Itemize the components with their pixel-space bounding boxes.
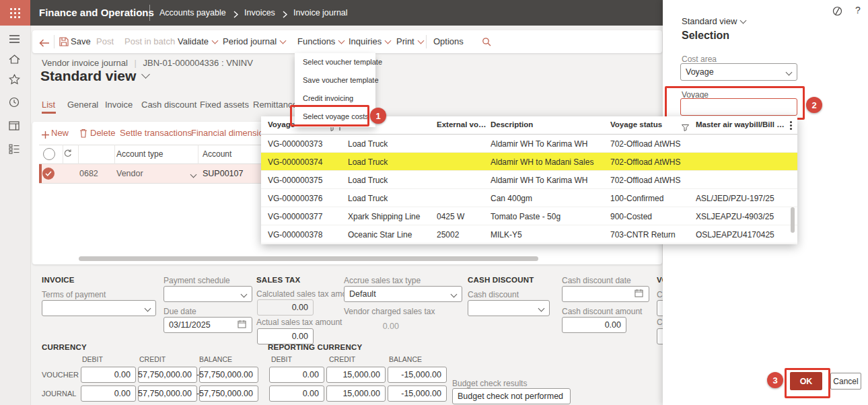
chevron-down-icon [241,291,248,297]
journal-credit-field[interactable]: 57,750,000.00 [138,385,197,402]
privacy-icon[interactable] [832,6,842,19]
validate-menu-button[interactable]: Validate [178,36,217,46]
accrue-sales-tax-type-select[interactable]: Default [344,286,462,302]
chevron-down-icon [145,305,151,311]
column-header-account-type[interactable]: Account type [116,149,163,159]
annotation-step-2: 2 [806,97,822,113]
options-button[interactable]: Options [433,36,464,46]
star-icon[interactable] [9,74,20,87]
workspace-icon[interactable] [9,121,20,133]
journal-list-icon[interactable] [9,144,20,157]
breadcrumb-invoices[interactable]: Invoices [244,8,275,17]
terms-of-payment-select[interactable] [42,300,156,316]
calculated-sales-tax-input[interactable]: 0.00 [257,299,314,316]
annotation-box-ok-button [785,368,830,398]
reporting-journal-credit-field[interactable]: 15,000.00 [326,385,386,402]
clock-icon[interactable] [9,97,20,110]
cash-discount-select[interactable] [468,300,550,316]
period-journal-menu-button[interactable]: Period journal [223,36,285,46]
refresh-icon[interactable] [63,149,73,161]
popup-col-master-air-waybill[interactable]: Master air waybill/Bill of l... [696,120,785,128]
calendar-icon[interactable] [238,320,246,330]
voucher-debit-field[interactable]: 0.00 [81,367,136,383]
chevron-down-icon [142,70,151,79]
search-icon[interactable] [482,37,491,49]
breadcrumb-invoice-journal[interactable]: Invoice journal [293,8,348,17]
vendor-charged-sales-tax-value: 0.00 [344,318,404,334]
row-checked-icon[interactable] [42,168,55,180]
reporting-voucher-balance-field[interactable]: -15,000.00 [388,367,447,383]
voyage-row-selected[interactable]: VG-000000374Load TruckAldamir WH to Mada… [261,153,797,171]
reporting-journal-debit-field[interactable]: 0.00 [269,385,324,402]
trash-icon [79,128,87,141]
save-button[interactable]: Save [71,36,91,46]
due-date-input[interactable]: 03/11/2025 [164,317,252,333]
tab-list[interactable]: List [42,100,55,110]
journal-debit-field[interactable]: 0.00 [81,385,136,402]
cash-discount-amount-input[interactable]: 0.00 [562,317,626,333]
cost-area-select[interactable]: Voyage [680,63,797,81]
vertical-ellipsis-icon[interactable] [790,121,792,123]
new-button[interactable]: New [51,128,69,138]
voyage-row[interactable]: VG-000000375Load TruckAldamir WH To Kari… [261,171,797,189]
popup-vertical-scrollbar-thumb[interactable] [791,207,795,233]
hamburger-icon[interactable] [9,34,20,46]
sales-tax-section-header: SALES TAX [256,276,300,284]
column-header-account[interactable]: Account [203,149,231,159]
cash-discount-date-input[interactable] [562,286,649,302]
voucher-balance-field[interactable]: -57,750,000.00 [199,367,258,383]
nav-sidebar [0,0,31,405]
functions-menu-button[interactable]: Functions [297,36,344,46]
budget-check-results-field: Budget check not performed [452,388,571,404]
actual-sales-tax-input[interactable]: 0.00 [257,328,314,344]
chevron-down-icon [417,38,424,44]
popup-col-description[interactable]: Description [491,120,602,128]
journal-balance-field[interactable]: -57,750,000.00 [199,385,258,402]
app-title[interactable]: Finance and Operations [39,7,154,18]
voucher-number-cell[interactable]: 0682 [79,169,113,178]
voyage-row[interactable]: VG-000000377Xpark Shipping Line0425 WTom… [261,207,797,225]
post-button[interactable]: Post [96,36,114,46]
popup-col-external-voyage[interactable]: External voyag... [437,120,487,128]
post-in-batch-button[interactable]: Post in batch [124,36,175,46]
cash-discount-label: Cash discount [468,290,519,299]
voyage-row[interactable]: VG-000000378Oceanic Star Line25002MILK-Y… [261,225,797,244]
reporting-voucher-credit-field[interactable]: 15,000.00 [326,367,386,383]
voyage-row[interactable]: VG-000000376Load TruckCan 400gm100-Confi… [261,189,797,207]
back-arrow-icon[interactable] [39,38,50,50]
print-menu-button[interactable]: Print [396,36,423,46]
select-all-checkbox[interactable] [43,148,55,160]
reporting-credit-header: CREDIT [329,355,355,363]
home-icon[interactable] [9,54,20,67]
reporting-journal-balance-field[interactable]: -15,000.00 [388,385,447,402]
panel-view-selector[interactable]: Standard view [682,16,746,26]
tab-cash-discount[interactable]: Cash discount [141,100,196,110]
popup-col-voyage-status[interactable]: Voyage status [610,120,674,128]
currency-credit-header: CREDIT [139,355,166,363]
calendar-icon[interactable] [635,289,643,299]
vendor-charged-sales-tax-label: Vendor charged sales tax [344,307,435,316]
voyage-row[interactable]: VG-000000373Load TruckAldamir WH To Kari… [261,135,797,153]
breadcrumb-accounts-payable[interactable]: Accounts payable [159,8,226,17]
menu-item-select-voucher-template[interactable]: Select voucher template [295,53,375,71]
tab-invoice[interactable]: Invoice [105,100,133,110]
delete-button[interactable]: Delete [90,128,116,138]
account-type-cell[interactable]: Vendor [116,169,143,178]
account-cell[interactable]: SUP00107 [203,169,243,178]
tab-general[interactable]: General [67,100,98,110]
app-launcher-button[interactable] [0,0,30,26]
reporting-voucher-debit-field[interactable]: 0.00 [269,367,324,383]
cancel-button[interactable]: Cancel [830,373,861,390]
horizontal-scrollbar-thumb[interactable] [79,256,538,261]
help-icon[interactable]: ? [855,5,861,15]
menu-item-save-voucher-template[interactable]: Save voucher template [295,71,375,89]
header-divider [149,5,150,21]
tab-fixed-assets[interactable]: Fixed assets [200,100,249,110]
inquiries-menu-button[interactable]: Inquiries [349,36,390,46]
voucher-credit-field[interactable]: 57,750,000.00 [138,367,197,383]
settle-transactions-button[interactable]: Settle transactions [120,128,192,138]
view-title[interactable]: Standard view [40,68,149,84]
currency-balance-header: BALANCE [199,355,232,363]
payment-schedule-select[interactable] [164,286,252,302]
funnel-filter-icon[interactable] [682,122,689,134]
